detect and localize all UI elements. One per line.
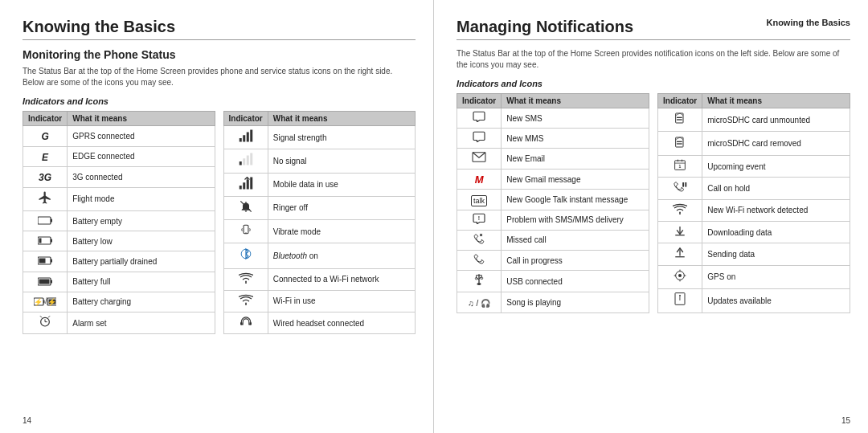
icon-cell [658,199,702,221]
svg-rect-7 [39,259,46,263]
icon-cell [658,178,702,199]
table-row: Mobile data in use [223,173,416,196]
description-cell: Alarm set [68,312,215,333]
svg-rect-24 [246,133,248,142]
table-row: Downloading data [658,221,850,243]
description-cell: microSDHC card unmounted [702,108,850,132]
table-row: i Updates available [658,289,850,313]
left-page-number: 14 [23,416,31,425]
svg-text:⚡: ⚡ [34,297,43,306]
svg-rect-48 [677,141,682,141]
description-cell: GPS on [702,265,850,288]
icon-cell [23,187,68,210]
description-cell: Connected to a Wi-Fi network [268,268,415,290]
icon-cell [457,271,502,292]
table-row: G GPRS connected [23,126,215,147]
description-cell: Sending data [702,243,850,265]
svg-rect-29 [250,153,252,165]
table-row: ♫ / 🎧 Song is playing [457,292,649,312]
description-cell: New Email [502,149,649,169]
table-row: Ringer off [223,196,416,219]
table-row: Call on hold [658,178,850,199]
description-cell: Battery partially drained [68,251,215,272]
svg-rect-3 [51,239,52,243]
description-cell: Wired headset connected [268,312,415,333]
icon-cell: M [457,169,502,190]
svg-rect-26 [239,161,241,165]
icon-cell: 1 [658,155,702,177]
description-cell: microSDHC card removed [702,132,850,155]
page-container: Knowing the Basics Monitoring the Phone … [0,0,868,433]
right-tables-row: Indicator What it means New SMS New MMS … [457,93,850,313]
icon-cell [23,251,68,272]
table-row: Battery low [23,231,215,251]
left-intro: The Status Bar at the top of the Home Sc… [23,66,416,88]
table-row: New Email [457,149,649,169]
left-table1: Indicator What it means G GPRS connected… [23,111,215,334]
table-row: New MMS [457,129,649,149]
right-page-header: Knowing the Basics [766,18,850,27]
table-row: 3G 3G connected [23,167,215,188]
table-row: Bluetooth on [223,243,416,268]
table-row: ⚡ / ⚡ Battery charging [23,292,215,312]
description-cell: New SMS [502,108,649,129]
svg-rect-23 [243,135,245,141]
svg-rect-22 [239,138,241,142]
right-intro: The Status Bar at the top of the Home Sc… [457,48,850,71]
table-row: ! Problem with SMS/MMS delivery [457,210,649,230]
icon-cell: 3G [23,167,68,188]
svg-rect-43 [481,278,483,280]
right-page-number: 15 [841,416,850,425]
description-cell: Downloading data [702,221,850,243]
icon-cell [658,108,702,132]
description-cell: Vibrate mode [268,220,415,243]
right-half: Knowing the Basics Managing Notification… [434,0,868,433]
description-cell: Battery charging [68,292,215,312]
table-row: M New Gmail message [457,169,649,190]
icon-cell: i [658,289,702,313]
description-cell: Song is playing [502,292,649,312]
icon-cell: ♫ / 🎧 [457,292,502,312]
table-row: Wired headset connected [223,312,416,333]
left-title: Knowing the Basics [23,18,416,40]
description-cell: EDGE connected [68,146,215,167]
right-t1-col1: Indicator [457,94,502,108]
table-row: Vibrate mode [223,220,416,243]
svg-rect-45 [677,117,682,118]
icon-cell [223,149,268,173]
svg-rect-10 [39,279,50,284]
svg-rect-46 [677,119,682,120]
icon-cell [658,221,702,243]
table-row: Missed call [457,230,649,250]
icon-cell [223,220,268,243]
description-cell: 3G connected [68,167,215,188]
svg-text:!: ! [478,215,480,221]
svg-text:i: i [679,296,681,301]
svg-rect-35 [244,225,248,234]
table-row: USB connected [457,271,649,292]
svg-rect-49 [677,143,682,144]
left-t1-col2: What it means [68,112,215,126]
right-t2-col2: What it means [702,94,850,108]
icon-cell [223,268,268,290]
icon-cell [223,196,268,219]
description-cell: Mobile data in use [268,173,415,196]
description-cell: Signal strength [268,126,415,149]
icon-cell [23,272,68,292]
table-row: 1 Upcoming event [658,155,850,177]
svg-point-67 [679,295,681,296]
svg-rect-56 [685,182,686,187]
table-row: Wi-Fi in use [223,290,416,312]
svg-rect-39 [249,322,252,325]
description-cell: No signal [268,149,415,173]
description-cell: New Gmail message [502,169,649,190]
left-indicators-label: Indicators and Icons [23,96,416,106]
svg-rect-9 [51,280,52,283]
table-row: No signal [223,149,416,173]
svg-rect-6 [51,259,52,263]
left-section-title: Monitoring the Phone Status [23,48,416,61]
icon-cell [223,173,268,196]
table-row: Sending data [658,243,850,265]
svg-rect-33 [250,177,252,189]
left-t1-col1: Indicator [23,112,68,126]
